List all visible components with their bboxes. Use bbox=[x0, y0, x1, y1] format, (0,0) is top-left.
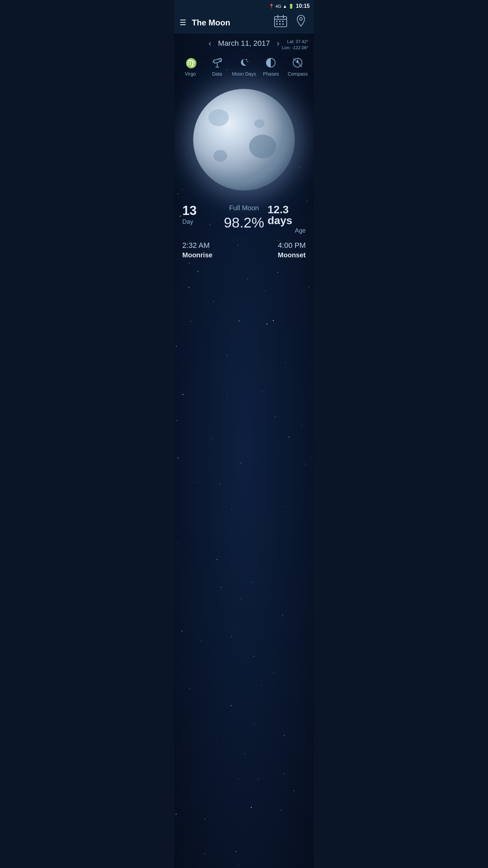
moon-days-icon bbox=[238, 56, 250, 69]
moonrise-time: 2:32 AM bbox=[182, 241, 212, 250]
nav-virgo[interactable]: ♍ Virgo bbox=[179, 56, 202, 77]
phase-name: Full Moon bbox=[229, 204, 259, 212]
longitude: Lon: -122.08° bbox=[282, 45, 308, 51]
signal-icon: ▲ bbox=[283, 4, 287, 9]
phase-stat: Full Moon 98.2% bbox=[224, 204, 264, 234]
svg-text:♍: ♍ bbox=[185, 58, 197, 69]
menu-button[interactable]: ☰ bbox=[180, 18, 186, 27]
moonset-label: Moonset bbox=[278, 251, 306, 259]
app-title: The Moon bbox=[192, 18, 273, 27]
network-type: 4G bbox=[276, 4, 281, 9]
moon-times: 2:32 AM Moonrise 4:00 PM Moonset bbox=[174, 241, 314, 269]
nav-phases[interactable]: Phases bbox=[259, 56, 283, 77]
moonset-stat: 4:00 PM Moonset bbox=[278, 241, 306, 259]
svg-rect-4 bbox=[276, 21, 278, 22]
nav-data[interactable]: Data bbox=[205, 56, 229, 77]
age-label: Age bbox=[295, 227, 306, 234]
data-label: Data bbox=[212, 71, 222, 77]
svg-rect-7 bbox=[276, 23, 278, 25]
virgo-label: Virgo bbox=[185, 71, 196, 77]
day-stat: 13 Day bbox=[182, 204, 220, 234]
moonrise-label: Moonrise bbox=[182, 251, 212, 259]
svg-rect-6 bbox=[282, 21, 284, 22]
age-value: 12.3 days bbox=[268, 204, 306, 226]
moonrise-stat: 2:32 AM Moonrise bbox=[182, 241, 212, 259]
moon-image-container bbox=[174, 82, 314, 201]
moonset-time: 4:00 PM bbox=[278, 241, 306, 250]
virgo-icon: ♍ bbox=[184, 56, 197, 69]
nav-compass[interactable]: Compass bbox=[286, 56, 309, 77]
status-bar: 📍 4G ▲ 🔋 10:15 bbox=[174, 0, 314, 12]
svg-rect-8 bbox=[279, 23, 281, 25]
illumination-value: 98.2% bbox=[224, 215, 264, 231]
compass-label: Compass bbox=[288, 71, 308, 77]
prev-date-button[interactable]: ‹ bbox=[202, 39, 218, 48]
svg-point-17 bbox=[246, 59, 247, 60]
location-button[interactable] bbox=[293, 14, 308, 31]
status-icons: 📍 4G ▲ 🔋 bbox=[269, 4, 294, 9]
moon-days-label: Moon Days bbox=[232, 71, 256, 77]
main-content: ‹ March 11, 2017 › Lat: 37.42° Lon: -122… bbox=[174, 33, 314, 868]
coordinates: Lat: 37.42° Lon: -122.08° bbox=[282, 39, 308, 51]
svg-rect-9 bbox=[282, 23, 284, 25]
svg-point-10 bbox=[300, 18, 302, 20]
nav-moon-days[interactable]: Moon Days bbox=[232, 56, 256, 77]
moon-stats: 13 Day Full Moon 98.2% 12.3 days Age bbox=[174, 201, 314, 241]
date-navigation: ‹ March 11, 2017 › Lat: 37.42° Lon: -122… bbox=[174, 33, 314, 51]
svg-point-18 bbox=[247, 61, 248, 62]
moon-crater-1 bbox=[214, 150, 227, 162]
day-label: Day bbox=[182, 218, 193, 225]
current-date: March 11, 2017 bbox=[218, 39, 270, 48]
phases-icon bbox=[264, 56, 277, 69]
compass-icon bbox=[291, 56, 304, 69]
feature-nav: ♍ Virgo Data Moon Days bbox=[174, 51, 314, 82]
location-status-icon: 📍 bbox=[269, 4, 274, 9]
moon-crater-2 bbox=[254, 119, 264, 128]
app-bar: ☰ The Moon bbox=[174, 12, 314, 33]
latitude: Lat: 37.42° bbox=[282, 39, 308, 45]
status-time: 10:15 bbox=[296, 3, 310, 9]
calendar-button[interactable] bbox=[273, 14, 288, 31]
app-bar-actions bbox=[273, 14, 308, 31]
telescope-icon bbox=[211, 56, 224, 69]
age-stat: 12.3 days Age bbox=[268, 204, 306, 234]
day-value: 13 bbox=[182, 204, 197, 217]
svg-rect-5 bbox=[279, 21, 281, 22]
battery-icon: 🔋 bbox=[288, 4, 294, 9]
phases-label: Phases bbox=[263, 71, 279, 77]
moon-image bbox=[193, 89, 295, 191]
